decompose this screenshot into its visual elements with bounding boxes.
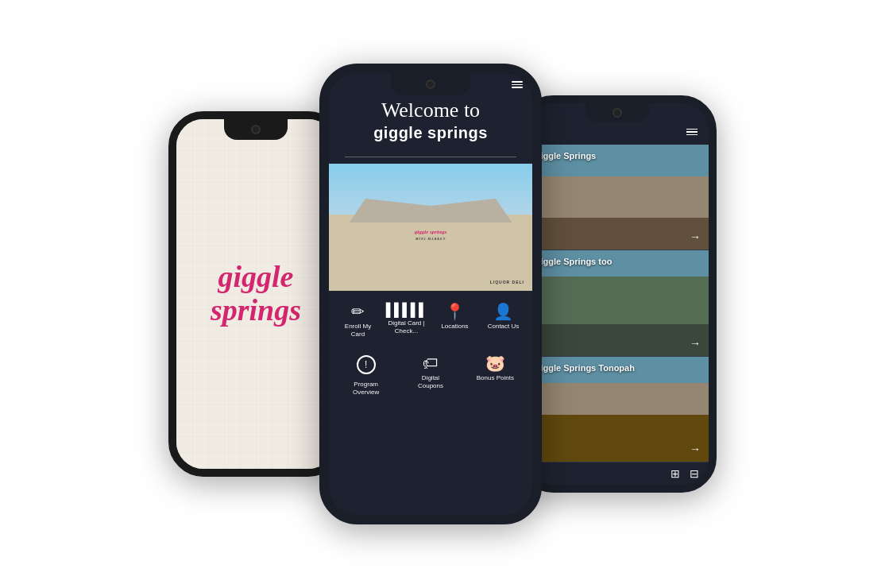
location-item-3[interactable]: Giggle Springs Tonopah → — [526, 357, 709, 462]
barcode-icon: ▌▌▌▌▌ — [386, 304, 427, 316]
location-3-name: Giggle Springs Tonopah — [534, 363, 701, 373]
phone-right: ‹ Giggle Springs → — [518, 95, 717, 493]
contact-label: Contact Us — [488, 323, 520, 331]
ham-line-3 — [512, 87, 523, 88]
digital-coupons-label: DigitalCoupons — [418, 374, 443, 391]
brand-line2: springs — [211, 294, 301, 327]
welcome-text: Welcome to — [342, 99, 520, 122]
location-item-2[interactable]: Giggle Springs too → — [526, 250, 709, 356]
menu-digital-card[interactable]: ▌▌▌▌▌ Digital Card |Check... — [384, 299, 429, 344]
phone-center-screen: Welcome to giggle springs giggle springs… — [329, 73, 532, 515]
header-divider — [345, 157, 516, 157]
map-icon[interactable]: ⊞ — [671, 467, 680, 480]
location-1-overlay: Giggle Springs → — [526, 145, 709, 250]
location-3-arrow: → — [690, 443, 701, 455]
location-2-overlay: Giggle Springs too → — [526, 250, 709, 355]
store-image: giggle springsMINI MARKET LIQUOR DELI — [329, 164, 532, 291]
menu-locations[interactable]: 📍 Locations — [432, 299, 477, 344]
phone-center-notch — [391, 73, 470, 95]
exclamation-icon: ! — [357, 355, 376, 374]
location-1-arrow: → — [690, 230, 701, 243]
right-hamburger-menu[interactable] — [686, 129, 698, 136]
rham-line-2 — [686, 131, 698, 133]
right-bottom-bar: ⊞ ⊟ — [526, 462, 709, 485]
ham-line-2 — [512, 84, 523, 86]
menu-enroll-card[interactable]: ✏ Enroll MyCard — [335, 299, 381, 344]
store-building: giggle springsMINI MARKET LIQUOR DELI — [329, 215, 532, 291]
app-title: giggle springs — [342, 124, 520, 142]
rham-line-1 — [686, 129, 698, 130]
person-icon: 👤 — [493, 304, 513, 319]
enroll-label: Enroll MyCard — [345, 323, 371, 339]
menu-row-1: ✏ Enroll MyCard ▌▌▌▌▌ Digital Card |Chec… — [329, 291, 532, 347]
phone-left: giggle springs — [168, 111, 343, 477]
locations-label: Locations — [441, 323, 468, 331]
menu-bonus-points[interactable]: 🐷 Bonus Points — [465, 350, 526, 402]
menu-program-overview[interactable]: ! ProgramOverview — [335, 350, 396, 402]
location-2-name: Giggle Springs too — [534, 257, 701, 266]
location-item-1[interactable]: Giggle Springs → — [526, 145, 709, 250]
scene: giggle springs Welcome to giggle springs — [0, 0, 885, 588]
menu-digital-coupons[interactable]: 🏷 DigitalCoupons — [400, 350, 461, 402]
tag-icon: 🏷 — [423, 355, 439, 371]
store-sign: giggle springsMINI MARKET — [415, 229, 446, 242]
menu-contact[interactable]: 👤 Contact Us — [481, 299, 526, 344]
phone-right-screen: ‹ Giggle Springs → — [526, 103, 709, 485]
liquor-sign: LIQUOR DELI — [490, 280, 524, 284]
location-1-name: Giggle Springs — [534, 151, 701, 161]
location-list: Giggle Springs → Giggle Springs too → — [526, 145, 709, 462]
phone-left-screen: giggle springs — [176, 119, 335, 469]
location-3-overlay: Giggle Springs Tonopah → — [526, 357, 709, 462]
rham-line-3 — [686, 134, 698, 136]
hamburger-menu[interactable] — [512, 81, 523, 88]
front-camera-left — [251, 125, 261, 134]
digital-card-label: Digital Card |Check... — [388, 319, 424, 336]
menu-row-2: ! ProgramOverview 🏷 DigitalCoupons 🐷 Bon… — [329, 347, 532, 410]
piggy-bank-icon: 🐷 — [485, 355, 505, 371]
store-placeholder: giggle springsMINI MARKET LIQUOR DELI — [329, 164, 532, 291]
location-pin-icon: 📍 — [445, 304, 465, 319]
phone-right-notch — [585, 103, 649, 122]
front-camera-center — [426, 79, 435, 89]
bonus-points-label: Bonus Points — [477, 374, 514, 382]
brand-line1: giggle — [211, 261, 301, 294]
phone-left-notch — [224, 119, 288, 140]
pencil-icon: ✏ — [351, 304, 365, 319]
front-camera-right — [613, 108, 622, 118]
location-2-arrow: → — [690, 337, 701, 350]
mini-market-text: MINI MARKET — [415, 237, 446, 241]
program-overview-label: ProgramOverview — [353, 381, 379, 397]
phone-center: Welcome to giggle springs giggle springs… — [319, 64, 542, 524]
brand-logo: giggle springs — [211, 261, 301, 327]
filter-icon[interactable]: ⊟ — [690, 467, 699, 480]
ham-line-1 — [512, 81, 523, 83]
